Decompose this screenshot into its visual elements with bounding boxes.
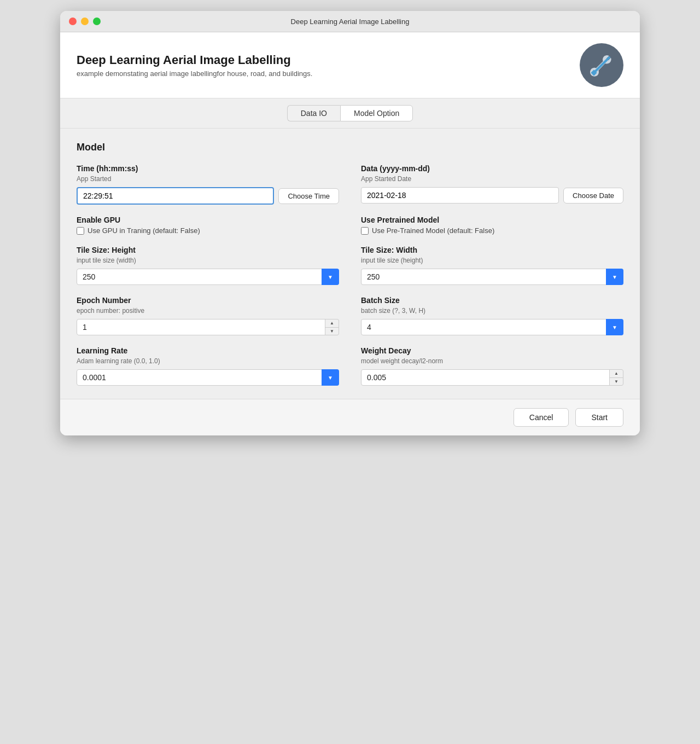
- weight-decay-input[interactable]: [361, 369, 623, 386]
- app-subtitle: example demonstating aerial image labell…: [77, 69, 312, 78]
- window-controls: [69, 18, 101, 25]
- learning-rate-label: Learning Rate: [77, 346, 339, 355]
- epoch-input-row: ▲ ▼: [77, 319, 339, 335]
- pretrained-field-group: Use Pretrained Model Use Pre-Trained Mod…: [361, 216, 623, 235]
- start-button[interactable]: Start: [575, 408, 623, 427]
- tile-height-sublabel: input tile size (width): [77, 257, 339, 264]
- time-label: Time (hh:mm:ss): [77, 164, 339, 173]
- time-sublabel: App Started: [77, 175, 339, 183]
- model-section-title: Model: [77, 142, 623, 153]
- batch-field-group: Batch Size batch size (?, 3, W, H) 1 2 4…: [361, 296, 623, 335]
- weight-decay-input-row: ▲ ▼: [361, 369, 623, 386]
- tile-width-sublabel: input tile size (height): [361, 257, 623, 264]
- epoch-sublabel: epoch number: positive: [77, 307, 339, 315]
- weight-decay-sublabel: model weight decay/l2-norm: [361, 357, 623, 365]
- gpu-label: Enable GPU: [77, 216, 339, 224]
- tabs-bar: Data IO Model Option: [60, 98, 640, 129]
- weight-decay-field-group: Weight Decay model weight decay/l2-norm …: [361, 346, 623, 386]
- epoch-spinner-wrapper: ▲ ▼: [77, 319, 339, 335]
- date-input-row: Choose Date: [361, 187, 623, 204]
- tile-width-label: Tile Size: Width: [361, 246, 623, 254]
- svg-line-0: [594, 57, 609, 73]
- weight-decay-label: Weight Decay: [361, 346, 623, 355]
- epoch-up-button[interactable]: ▲: [325, 319, 339, 328]
- tab-model-option[interactable]: Model Option: [340, 105, 413, 121]
- tile-height-select-wrapper: 250 500 750 1000: [77, 269, 339, 285]
- tile-width-select[interactable]: 250 500 750 1000: [361, 269, 623, 285]
- tile-width-select-wrapper: 250 500 750 1000: [361, 269, 623, 285]
- tile-height-select[interactable]: 250 500 750 1000: [77, 269, 339, 285]
- app-icon: [580, 43, 623, 87]
- weight-decay-up-button[interactable]: ▲: [610, 370, 623, 378]
- maximize-button[interactable]: [93, 18, 101, 25]
- window-title: Deep Learning Aerial Image Labelling: [291, 18, 410, 26]
- date-sublabel: App Started Date: [361, 175, 623, 183]
- gpu-checkbox-row: Use GPU in Traning (default: False): [77, 226, 339, 235]
- weight-decay-down-button[interactable]: ▼: [610, 378, 623, 386]
- pretrained-checkbox-row: Use Pre-Trained Model (default: False): [361, 226, 623, 235]
- time-field-group: Time (hh:mm:ss) App Started Choose Time: [77, 164, 339, 205]
- gpu-checkbox-label: Use GPU in Traning (default: False): [88, 226, 200, 235]
- app-title: Deep Learning Aerial Image Labelling: [77, 53, 312, 67]
- date-input[interactable]: [361, 187, 559, 204]
- epoch-spinner-buttons: ▲ ▼: [325, 319, 339, 335]
- tile-width-input-row: 250 500 750 1000: [361, 269, 623, 285]
- learning-rate-sublabel: Adam learning rate (0.0, 1.0): [77, 357, 339, 365]
- learning-rate-select-wrapper: 0.0001 0.001 0.01 0.1: [77, 369, 339, 386]
- gpu-field-group: Enable GPU Use GPU in Traning (default: …: [77, 216, 339, 235]
- close-button[interactable]: [69, 18, 77, 25]
- batch-label: Batch Size: [361, 296, 623, 305]
- tile-width-field-group: Tile Size: Width input tile size (height…: [361, 246, 623, 285]
- cancel-button[interactable]: Cancel: [514, 408, 569, 427]
- learning-rate-select[interactable]: 0.0001 0.001 0.01 0.1: [77, 369, 339, 386]
- minimize-button[interactable]: [81, 18, 89, 25]
- pretrained-checkbox-label: Use Pre-Trained Model (default: False): [372, 226, 494, 235]
- footer: Cancel Start: [60, 399, 640, 435]
- epoch-field-group: Epoch Number epoch number: positive ▲ ▼: [77, 296, 339, 335]
- pretrained-checkbox[interactable]: [361, 227, 369, 235]
- weight-decay-spinner-buttons: ▲ ▼: [609, 369, 623, 386]
- date-field-group: Data (yyyy-mm-dd) App Started Date Choos…: [361, 164, 623, 205]
- batch-select-wrapper: 1 2 4 8 16: [361, 319, 623, 335]
- pretrained-label: Use Pretrained Model: [361, 216, 623, 224]
- header-text: Deep Learning Aerial Image Labelling exa…: [77, 53, 312, 78]
- weight-decay-spinner-wrapper: ▲ ▼: [361, 369, 623, 386]
- time-input-row: Choose Time: [77, 187, 339, 205]
- tools-icon: [588, 52, 615, 78]
- tile-height-field-group: Tile Size: Height input tile size (width…: [77, 246, 339, 285]
- app-header: Deep Learning Aerial Image Labelling exa…: [60, 32, 640, 98]
- title-bar: Deep Learning Aerial Image Labelling: [60, 11, 640, 32]
- choose-time-button[interactable]: Choose Time: [278, 188, 339, 204]
- learning-rate-field-group: Learning Rate Adam learning rate (0.0, 1…: [77, 346, 339, 386]
- batch-input-row: 1 2 4 8 16: [361, 319, 623, 335]
- batch-sublabel: batch size (?, 3, W, H): [361, 307, 623, 315]
- tab-data-io[interactable]: Data IO: [287, 105, 340, 121]
- epoch-input[interactable]: [77, 319, 339, 335]
- gpu-checkbox[interactable]: [77, 227, 84, 235]
- batch-select[interactable]: 1 2 4 8 16: [361, 319, 623, 335]
- epoch-down-button[interactable]: ▼: [325, 328, 339, 335]
- main-window: Deep Learning Aerial Image Labelling Dee…: [60, 11, 640, 435]
- tile-height-input-row: 250 500 750 1000: [77, 269, 339, 285]
- choose-date-button[interactable]: Choose Date: [563, 188, 623, 204]
- learning-rate-input-row: 0.0001 0.001 0.01 0.1: [77, 369, 339, 386]
- main-content: Model Time (hh:mm:ss) App Started Choose…: [60, 129, 640, 399]
- time-input[interactable]: [77, 187, 274, 205]
- tile-height-label: Tile Size: Height: [77, 246, 339, 254]
- fields-grid: Time (hh:mm:ss) App Started Choose Time …: [77, 164, 623, 386]
- date-label: Data (yyyy-mm-dd): [361, 164, 623, 173]
- epoch-label: Epoch Number: [77, 296, 339, 305]
